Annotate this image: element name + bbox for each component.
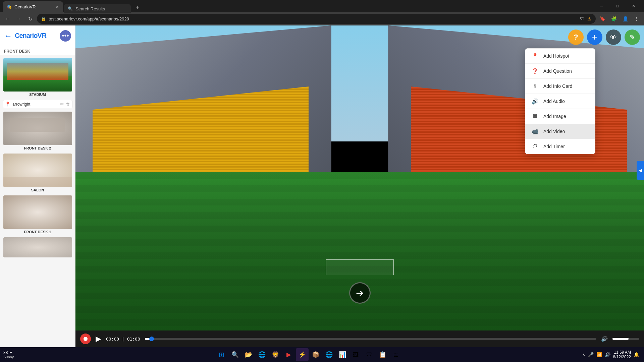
add-info-card-label: Add Info Card [543, 83, 572, 89]
goal-area [326, 259, 394, 275]
record-button[interactable] [80, 334, 91, 344]
dropdown-item-add-hotspot[interactable]: 📍 Add Hotspot [525, 49, 595, 64]
edit-button[interactable]: ✎ [625, 29, 640, 45]
info-menu-icon: ℹ [531, 82, 539, 90]
sound-icon[interactable]: 🔊 [605, 352, 610, 357]
scene-name-salon: SALON [31, 188, 44, 192]
chevron-right-icon: ◀ [639, 168, 642, 173]
scene-item-salon[interactable]: SALON [3, 154, 72, 192]
dropdown-item-add-audio[interactable]: 🔊 Add Audio [525, 94, 595, 109]
scene-item-frontdesk3[interactable] [3, 237, 72, 257]
taskbar-media-button[interactable]: ▶ [282, 348, 295, 361]
mic-icon[interactable]: 🎤 [588, 352, 594, 357]
timeline-time: 00:00 | 01:00 [106, 337, 140, 342]
taskbar-start-button[interactable]: ⊞ [215, 348, 228, 361]
taskbar-search-button[interactable]: 🔍 [229, 348, 241, 361]
scene-list: STADIUM 📍 arrowright 👁 🗑 FRONT DESK 2 [0, 55, 75, 347]
trash-icon[interactable]: 🗑 [66, 102, 70, 107]
help-button[interactable]: ? [568, 29, 584, 45]
play-button[interactable]: ▶ [96, 335, 101, 343]
tab-close-icon[interactable]: ✕ [55, 4, 59, 9]
section-label: FRONT DESK [0, 46, 75, 55]
forward-nav-button[interactable]: → [14, 14, 23, 23]
taskbar-security-button[interactable]: 🛡 [363, 348, 376, 361]
bookmark-button[interactable]: 🔖 [598, 14, 607, 23]
window-minimize-button[interactable]: ─ [594, 0, 609, 12]
sidebar-header: ← CenarioVR ••• [0, 25, 75, 46]
hotspot-row: 📍 arrowright 👁 🗑 [3, 100, 72, 108]
preview-button[interactable]: 👁 [606, 29, 621, 45]
clock[interactable]: 11:59 AM 8/12/2022 [613, 350, 631, 359]
record-dot [84, 337, 88, 341]
system-tray: ∧ 🎤 📶 🔊 11:59 AM 8/12/2022 🔔 [578, 350, 644, 359]
hotspot-name: arrowright [12, 102, 58, 107]
address-bar[interactable]: 🔒 test.scenariovr.com/app/#/scenarios/29… [37, 14, 596, 24]
scene-item-frontdesk1[interactable]: FRONT DESK 1 [3, 195, 72, 234]
dropdown-item-add-timer[interactable]: ⏱ Add Timer [525, 139, 595, 154]
taskbar-explorer-button[interactable]: 🗂 [390, 348, 402, 361]
taskbar-clipboard-button[interactable]: 📋 [376, 348, 389, 361]
taskbar-ppt-button[interactable]: 📊 [336, 348, 349, 361]
main-viewport: ➔ ▶ 00:00 | 01:00 🔊 ? [75, 25, 644, 347]
dropdown-item-add-video[interactable]: 📹 Add Video [525, 124, 595, 139]
time-display: 11:59 AM [613, 350, 631, 355]
logo-vr: VR [37, 32, 47, 40]
more-options-button[interactable]: ••• [60, 30, 71, 42]
volume-bar[interactable] [612, 338, 639, 340]
warning-icon: ⚠ [587, 16, 592, 21]
grass-field [75, 172, 644, 330]
back-button[interactable]: ← [4, 31, 12, 41]
dropdown-item-add-info-card[interactable]: ℹ Add Info Card [525, 79, 595, 94]
scene-name-stadium: STADIUM [29, 93, 46, 97]
tab-label: CenarioVR [14, 4, 53, 9]
tray-up-arrow[interactable]: ∧ [582, 352, 585, 357]
date-display: 8/12/2022 [613, 355, 631, 359]
tab-active[interactable]: 🎭 CenarioVR ✕ [3, 1, 63, 12]
add-timer-label: Add Timer [543, 144, 565, 149]
window-maximize-button[interactable]: □ [610, 0, 625, 12]
refresh-nav-button[interactable]: ↻ [25, 14, 35, 23]
scene-item-frontdesk2[interactable]: FRONT DESK 2 [3, 112, 72, 150]
taskbar-photos-button[interactable]: 🖼 [350, 348, 362, 361]
dropdown-menu: 📍 Add Hotspot ❓ Add Question ℹ Add Info … [525, 48, 595, 154]
taskbar-files-button[interactable]: 📂 [242, 348, 255, 361]
browser-chrome: 🎭 CenarioVR ✕ 🔍 Search Results + ─ □ ✕ ←… [0, 0, 644, 25]
address-secure-icon: 🔒 [41, 16, 46, 21]
dropdown-item-add-question[interactable]: ❓ Add Question [525, 64, 595, 79]
right-expand-button[interactable]: ◀ [637, 161, 644, 180]
window-close-button[interactable]: ✕ [626, 0, 641, 12]
back-nav-button[interactable]: ← [3, 14, 12, 23]
add-video-label: Add Video [543, 129, 565, 134]
taskbar-weather: 88°F Sunny [0, 350, 40, 359]
scene-item-stadium[interactable]: STADIUM [3, 58, 72, 97]
taskbar-chrome-button[interactable]: 🌐 [256, 348, 268, 361]
volume-fill [612, 338, 629, 340]
scene-thumb-frontdesk3 [3, 237, 72, 257]
question-icon: ? [574, 33, 578, 42]
extensions-button[interactable]: 🧩 [609, 14, 619, 23]
notifications-icon[interactable]: 🔔 [634, 352, 639, 357]
timeline-bar[interactable] [145, 338, 596, 340]
add-content-button[interactable]: + [587, 29, 602, 45]
shield-icon: 🛡 [580, 16, 585, 21]
dropdown-item-add-image[interactable]: 🖼 Add Image [525, 109, 595, 124]
taskbar-browser2-button[interactable]: 🌐 [323, 348, 335, 361]
profile-button[interactable]: 👤 [621, 14, 630, 23]
scene-thumb-frontdesk1 [3, 195, 72, 229]
hotspot-menu-icon: 📍 [531, 52, 539, 60]
tab-inactive[interactable]: 🔍 Search Results [64, 4, 131, 13]
tab-bar: 🎭 CenarioVR ✕ 🔍 Search Results + ─ □ ✕ [0, 0, 644, 12]
settings-button[interactable]: ⋮ [632, 14, 641, 23]
arrow-hotspot[interactable]: ➔ [349, 282, 371, 304]
add-hotspot-label: Add Hotspot [543, 53, 569, 59]
new-tab-button[interactable]: + [133, 3, 142, 12]
taskbar-terminal-button[interactable]: ⚡ [296, 348, 309, 361]
network-icon[interactable]: 📶 [596, 352, 602, 357]
tab-search-favicon: 🔍 [68, 6, 73, 11]
taskbar-apps-button[interactable]: 📦 [309, 348, 322, 361]
eye-preview-icon: 👁 [610, 34, 617, 41]
eye-icon[interactable]: 👁 [60, 102, 64, 107]
taskbar-brave-button[interactable]: 🦁 [269, 348, 282, 361]
tab-search-label: Search Results [75, 6, 127, 11]
taskbar: 88°F Sunny ⊞ 🔍 📂 🌐 🦁 ▶ ⚡ 📦 🌐 📊 🖼 🛡 📋 🗂 ∧… [0, 347, 644, 362]
